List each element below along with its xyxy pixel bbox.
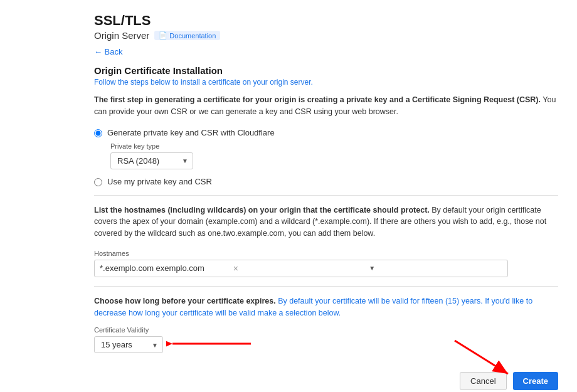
validity-select-wrapper: 15 years10 years5 years2 years1 year6 mo… — [94, 336, 163, 353]
description-paragraph-1: The first step in generating a certifica… — [94, 94, 558, 118]
own-csr-label[interactable]: Use my private key and CSR — [107, 177, 212, 186]
validity-section: Choose how long before your certificate … — [94, 295, 558, 354]
validity-select[interactable]: 15 years10 years5 years2 years1 year6 mo… — [94, 336, 163, 353]
generate-radio[interactable] — [94, 129, 102, 137]
doc-icon: 📄 — [159, 31, 167, 40]
doc-badge[interactable]: 📄 Documentation — [154, 31, 220, 40]
own-csr-radio-option: Use my private key and CSR — [94, 177, 558, 186]
hostnames-dropdown-arrow[interactable]: ▼ — [369, 265, 502, 272]
red-arrow-left — [166, 333, 254, 355]
hostnames-input[interactable]: *.exemplo.com exemplo.com × ▼ — [94, 260, 508, 277]
divider-1 — [94, 195, 558, 196]
validity-description: Choose how long before your certificate … — [94, 295, 558, 319]
validity-label: Certificate Validity — [94, 326, 558, 334]
cancel-button[interactable]: Cancel — [460, 372, 506, 390]
validity-dropdown-container: 15 years10 years5 years2 years1 year6 mo… — [94, 336, 163, 353]
key-type-select-wrapper: RSA (2048)ECDSA (P-256) — [110, 152, 193, 169]
create-button[interactable]: Create — [513, 372, 558, 390]
back-link[interactable]: ← Back — [94, 47, 123, 56]
hostnames-label: Hostnames — [94, 250, 558, 257]
key-type-select[interactable]: RSA (2048)ECDSA (P-256) — [110, 152, 193, 169]
divider-2 — [94, 286, 558, 287]
key-type-label: Private key type — [110, 142, 558, 150]
hostnames-clear-btn[interactable]: × — [233, 263, 367, 273]
generate-radio-option: Generate private key and CSR with Cloudf… — [94, 128, 558, 137]
bottom-actions: Cancel Create — [94, 372, 558, 392]
bottom-section: Cancel Create — [94, 372, 558, 392]
own-csr-radio[interactable] — [94, 178, 102, 186]
section-title: Origin Certificate Installation — [94, 65, 558, 76]
page-title: SSL/TLS — [94, 13, 558, 29]
key-type-group: Private key type RSA (2048)ECDSA (P-256) — [110, 142, 558, 169]
generate-label[interactable]: Generate private key and CSR with Cloudf… — [107, 128, 275, 137]
section-subtitle: Follow the steps below to install a cert… — [94, 78, 558, 87]
hostnames-value: *.exemplo.com exemplo.com — [100, 263, 233, 273]
hostnames-description: List the hostnames (including wildcards)… — [94, 204, 558, 240]
header-subtitle: Origin Server — [94, 30, 149, 41]
